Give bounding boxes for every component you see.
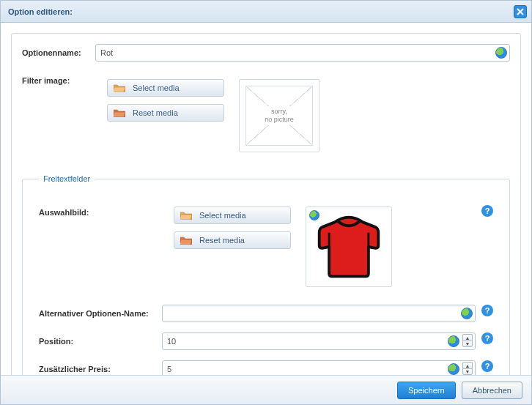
titlebar: Option editieren: (1, 1, 531, 23)
row-auswahlbild: Auswahlbild: Select media (39, 199, 493, 294)
option-name-field (95, 44, 510, 62)
option-name-input[interactable] (95, 44, 510, 62)
globe-icon[interactable] (495, 47, 507, 59)
auswahlbild-field: Select media Reset media (162, 199, 493, 294)
reset-media-label: Reset media (133, 108, 178, 117)
save-button[interactable]: Speichern (397, 382, 456, 399)
reset-media-button[interactable]: Reset media (107, 104, 224, 122)
dialog-footer: Speichern Abbrechen (1, 375, 531, 404)
price-spinner: ▲ ▼ (462, 362, 473, 375)
close-icon (517, 8, 524, 15)
price-label: Zusätzlicher Preis: (39, 365, 162, 374)
filter-media-buttons: Select media Reset media (107, 79, 224, 122)
folder-open-icon (180, 210, 192, 220)
close-button[interactable] (514, 5, 527, 18)
cancel-button[interactable]: Abbrechen (462, 382, 522, 399)
position-spinner: ▲ ▼ (462, 334, 473, 347)
globe-icon[interactable] (461, 308, 473, 319)
auswahlbild-reset-button[interactable]: Reset media (174, 231, 291, 249)
freetext-fieldset: Freitextfelder Auswahlbild: Select media (22, 174, 510, 375)
spinner-up[interactable]: ▲ (462, 334, 473, 341)
main-panel: Optionenname: Filter image: (11, 33, 521, 375)
row-alt-name: Alternativer Optionen-Name: ? (39, 305, 493, 322)
freetext-legend: Freitextfelder (39, 174, 95, 183)
dialog-window: Option editieren: Optionenname: Filter i… (0, 0, 532, 405)
auswahlbild-label: Auswahlbild: (39, 199, 162, 217)
globe-icon[interactable] (448, 363, 459, 375)
folder-reset-icon (114, 108, 125, 118)
window-title: Option editieren: (8, 7, 73, 16)
no-picture-text: sorry, no picture (262, 106, 297, 125)
spinner-down[interactable]: ▼ (462, 368, 473, 375)
row-option-name: Optionenname: (22, 44, 510, 62)
alt-name-field: ? (162, 305, 493, 322)
help-icon[interactable]: ? (481, 305, 493, 316)
auswahlbild-select-button[interactable]: Select media (174, 207, 291, 224)
filter-image-label: Filter image: (22, 72, 95, 85)
help-icon[interactable]: ? (481, 360, 493, 372)
alt-name-input[interactable] (162, 305, 476, 322)
select-media-button[interactable]: Select media (107, 79, 224, 97)
auswahlbild-select-label: Select media (199, 211, 246, 220)
option-name-label: Optionenname: (22, 44, 95, 57)
help-icon[interactable]: ? (481, 332, 493, 344)
alt-name-label: Alternativer Optionen-Name: (39, 309, 162, 318)
globe-icon (309, 210, 319, 220)
price-field: ▲ ▼ ? (162, 360, 493, 375)
globe-icon[interactable] (448, 335, 459, 347)
shirt-image (309, 210, 388, 283)
position-field: ▲ ▼ ? (162, 332, 493, 350)
spinner-down[interactable]: ▼ (462, 341, 473, 347)
filter-image-thumbnail: sorry, no picture (239, 79, 319, 152)
dialog-body: Optionenname: Filter image: (1, 23, 531, 375)
select-media-label: Select media (133, 83, 180, 92)
row-price: Zusätzlicher Preis: ▲ ▼ ? (39, 360, 493, 375)
price-input[interactable] (162, 360, 476, 375)
auswahlbild-reset-label: Reset media (199, 236, 245, 245)
position-label: Position: (39, 337, 162, 346)
folder-open-icon (114, 83, 125, 93)
folder-reset-icon (180, 235, 192, 245)
row-filter-image: Filter image: Select media (22, 72, 510, 160)
spinner-up[interactable]: ▲ (462, 362, 473, 368)
help-icon[interactable]: ? (481, 205, 493, 217)
position-input[interactable] (162, 332, 476, 350)
auswahlbild-thumbnail (306, 207, 392, 287)
shirt-icon (314, 212, 384, 282)
auswahlbild-buttons: Select media Reset media (174, 207, 291, 249)
auswahlbild-media-block: Select media Reset media (162, 199, 476, 294)
row-position: Position: ▲ ▼ ? (39, 332, 493, 350)
filter-image-area: Select media Reset media sorry, (95, 72, 510, 160)
no-picture-placeholder: sorry, no picture (245, 86, 313, 146)
